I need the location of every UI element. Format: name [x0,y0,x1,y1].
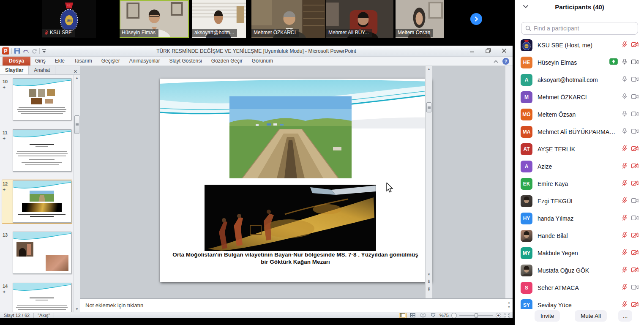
camera-on-icon[interactable] [631,76,639,84]
camera-on-icon[interactable] [631,59,639,66]
camera-off-icon[interactable] [631,145,639,153]
camera-off-icon[interactable] [631,301,639,309]
slide-sorter-view-button[interactable] [409,313,417,318]
scroll-down-icon[interactable]: ▼ [426,271,432,277]
ribbon-tab-tasarım[interactable]: Tasarım [69,57,97,66]
mic-off-icon[interactable] [622,249,628,257]
mic-on-icon[interactable] [622,128,628,136]
camera-on-icon[interactable] [631,215,639,222]
invite-button[interactable]: Invite [535,310,560,322]
mic-off-icon[interactable] [622,145,628,153]
ribbon-collapse-icon[interactable] [493,60,499,63]
slide-canvas[interactable]: Orta Moğolistan'ın Bulgan vilayetinin Ba… [160,79,431,282]
ribbon-tab-slayt-gösterisi[interactable]: Slayt Gösterisi [164,57,206,66]
camera-on-icon[interactable] [631,111,639,118]
participant-row[interactable]: SSeher ATMACA [515,279,644,296]
search-input[interactable] [534,25,634,32]
participant-row[interactable]: Ezgi TEKGÜL [515,192,644,210]
participant-row[interactable]: 1992KSU SBE (Host, me) [515,36,644,54]
camera-on-icon[interactable] [631,128,639,136]
participant-row[interactable]: MMehmet ÖZKARCI [515,88,644,106]
participant-row[interactable]: HEHüseyin Elmas [515,54,644,71]
slide-caption[interactable]: Orta Moğolistan'ın Bulgan vilayetinin Ba… [160,251,431,265]
tab-outline[interactable]: Anahat [29,66,55,74]
scrollbar-thumb[interactable] [426,102,431,112]
participant-row[interactable]: MÖMeltem Özsan [515,106,644,123]
undo-icon[interactable] [22,48,29,54]
scroll-up-icon[interactable]: ▲ [74,75,80,81]
mic-on-icon[interactable] [622,58,628,67]
participant-row[interactable]: SYSevilay Yüce [515,296,644,311]
slide-thumbnail[interactable] [13,78,71,120]
mic-off-icon[interactable] [622,301,628,309]
camera-off-icon[interactable] [631,232,639,240]
camera-off-icon[interactable] [631,249,639,257]
scroll-down-icon[interactable]: ▼ [74,306,80,312]
camera-on-icon[interactable] [631,197,639,205]
slide-thumbnail[interactable] [13,180,71,223]
participant-row[interactable]: Aaksoyart@hotmail.com [515,71,644,88]
mic-on-icon[interactable] [622,93,628,101]
scrollbar-thumb[interactable] [74,115,79,134]
slide-area-scrollbar[interactable]: ▲ ▼ ▲▲ ▼▼ [425,66,432,298]
notes-pane[interactable]: Not eklemek için tıklatın ▲▼ [80,298,513,312]
video-tile[interactable]: Mehmet Ali BÜY... [326,0,393,38]
help-icon[interactable]: ? [502,58,509,65]
mic-off-icon[interactable] [622,284,628,292]
restore-button[interactable] [482,47,494,55]
mic-off-icon[interactable] [622,266,628,275]
ribbon-tab-giriş[interactable]: Giriş [30,57,50,66]
camera-off-icon[interactable] [631,41,639,49]
next-slide-button[interactable]: ▼▼ [426,287,432,292]
next-videos-button[interactable] [470,13,482,25]
ribbon-tab-görünüm[interactable]: Görünüm [247,57,278,66]
powerpoint-icon[interactable]: P [2,47,9,55]
qat-customize-icon[interactable] [42,49,46,54]
reading-view-button[interactable] [419,313,427,318]
mic-off-icon[interactable] [622,162,628,171]
more-options-button[interactable]: ... [618,310,632,322]
fit-to-window-button[interactable] [504,313,510,318]
slide-thumbnail-row[interactable]: 11✦ [2,128,72,172]
participant-row[interactable]: MYMakbule Yegen [515,244,644,262]
zoom-in-button[interactable]: + [496,313,501,318]
zoom-slider-knob[interactable] [475,313,478,318]
mic-on-icon[interactable] [622,76,628,84]
zoom-slider[interactable] [459,315,493,316]
save-icon[interactable] [14,48,20,54]
video-tile[interactable]: aksoyart@hotm... [192,0,246,38]
minimize-button[interactable] [466,47,478,55]
mic-off-icon[interactable] [622,197,628,205]
video-tile[interactable]: Meltem Özsan [396,0,444,38]
ribbon-tab-animasyonlar[interactable]: Animasyonlar [125,57,165,66]
slide-thumbnail-row[interactable]: 12✦ [2,180,72,224]
camera-on-icon[interactable] [631,284,639,292]
ribbon-tab-dosya[interactable]: Dosya [3,57,30,66]
slide-thumbnail[interactable] [13,129,71,172]
participant-search[interactable] [521,22,638,35]
close-button[interactable] [498,47,510,55]
scroll-up-icon[interactable]: ▲ [426,66,432,72]
ribbon-tab-gözden-geçir[interactable]: Gözden Geçir [207,57,247,66]
participant-row[interactable]: MAMehmet Ali BÜYÜKPARMAKSIZ [515,123,644,140]
camera-off-icon[interactable] [631,163,639,170]
zoom-out-button[interactable]: – [451,313,457,318]
camera-off-icon[interactable] [631,180,639,188]
mic-off-icon[interactable] [622,214,628,223]
video-tile[interactable]: Hüseyin Elmas [120,0,189,38]
participant-row[interactable]: HYhanda Yılmaz [515,210,644,227]
mute-all-button[interactable]: Mute All [575,310,607,322]
mic-on-icon[interactable] [622,110,628,119]
video-tile[interactable]: T.C.1992KSU SBE [42,0,96,38]
participant-row[interactable]: Mustafa Oğuz GÖK [515,262,644,279]
mic-off-icon[interactable] [622,180,628,188]
slide-thumbnail[interactable] [13,232,71,274]
thumbnails-scrollbar[interactable]: ▲ ▼ [74,75,80,312]
participant-row[interactable]: ATAYŞE TERLİK [515,140,644,158]
camera-off-icon[interactable] [631,267,639,274]
tab-slides[interactable]: Slaytlar [0,66,29,74]
notes-scrollbar[interactable]: ▲▼ [506,300,512,309]
participant-row[interactable]: AAzize [515,158,644,175]
mic-off-icon[interactable] [622,41,628,49]
participant-row[interactable]: EKEmire Kaya [515,175,644,192]
